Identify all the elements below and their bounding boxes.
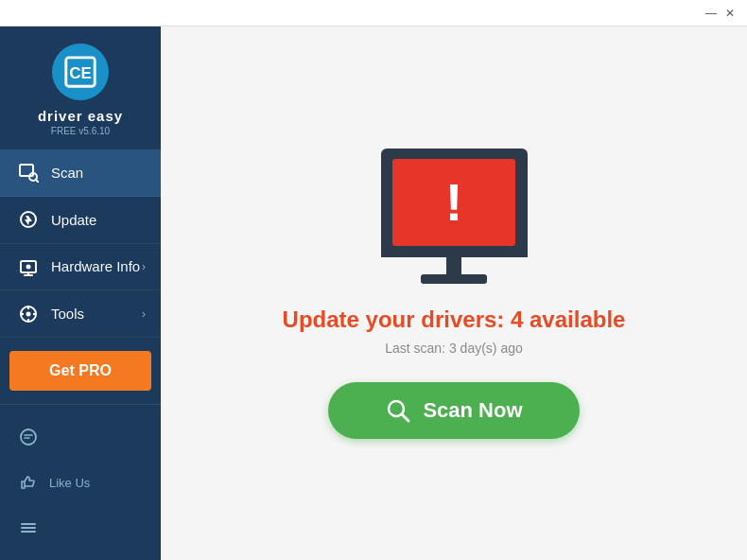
get-pro-button[interactable]: Get PRO [9,351,151,391]
svg-line-21 [402,414,408,421]
scan-now-button[interactable]: Scan Now [328,382,579,439]
monitor-illustration: ! [381,149,528,284]
sidebar-bottom: Like Us [0,404,161,560]
minimize-button[interactable]: — [702,4,721,23]
hamburger-icon [15,515,42,541]
tools-arrow: › [142,307,146,321]
app-body: CE driver easy FREE v5.6.10 Scan [0,26,747,560]
sidebar-like-us-item[interactable]: Like Us [0,460,161,505]
app-logo-icon: CE [52,44,109,100]
tools-icon [15,301,42,327]
sidebar-item-update-label: Update [51,212,146,228]
main-headline: Update your drivers: 4 available [283,306,626,333]
app-version: FREE v5.6.10 [51,126,110,136]
app-name: driver easy [38,108,123,124]
logo-svg: CE [62,54,98,90]
svg-line-4 [36,180,39,183]
monitor-screen-inner: ! [392,159,515,246]
sidebar-item-hardware-info[interactable]: Hardware Info › [0,244,161,291]
feedback-icon [15,424,42,450]
svg-point-9 [26,264,31,269]
hardware-info-arrow: › [142,260,146,273]
sidebar-logo: CE driver easy FREE v5.6.10 [0,26,161,149]
monitor-neck [446,257,461,274]
scan-now-label: Scan Now [423,398,522,423]
monitor-screen: ! [381,149,528,257]
main-content: ! Update your drivers: 4 available Last … [161,26,747,560]
title-bar: — ✕ [0,0,747,26]
hardware-info-icon [15,254,42,280]
sidebar-item-scan[interactable]: Scan [0,149,161,197]
sidebar-item-tools[interactable]: Tools › [0,290,161,338]
exclamation-mark: ! [445,176,463,229]
close-button[interactable]: ✕ [721,4,739,23]
update-icon [15,206,42,233]
sub-headline: Last scan: 3 day(s) ago [385,341,523,356]
sidebar-menu-item[interactable] [0,505,161,551]
like-us-label: Like Us [49,476,90,490]
scan-icon [15,159,42,185]
sidebar: CE driver easy FREE v5.6.10 Scan [0,26,161,560]
sidebar-item-hardware-info-label: Hardware Info [51,258,142,274]
sidebar-item-tools-label: Tools [51,306,142,322]
sidebar-item-scan-label: Scan [51,165,146,181]
sidebar-item-update[interactable]: Update [0,197,161,244]
monitor-base [421,274,487,284]
scan-now-icon [385,397,411,424]
svg-point-11 [26,311,31,316]
sidebar-feedback-item[interactable] [0,414,161,460]
like-icon [15,469,42,496]
last-scan-value: 3 day(s) ago [449,341,523,356]
svg-text:CE: CE [69,64,92,82]
svg-point-16 [21,429,36,445]
